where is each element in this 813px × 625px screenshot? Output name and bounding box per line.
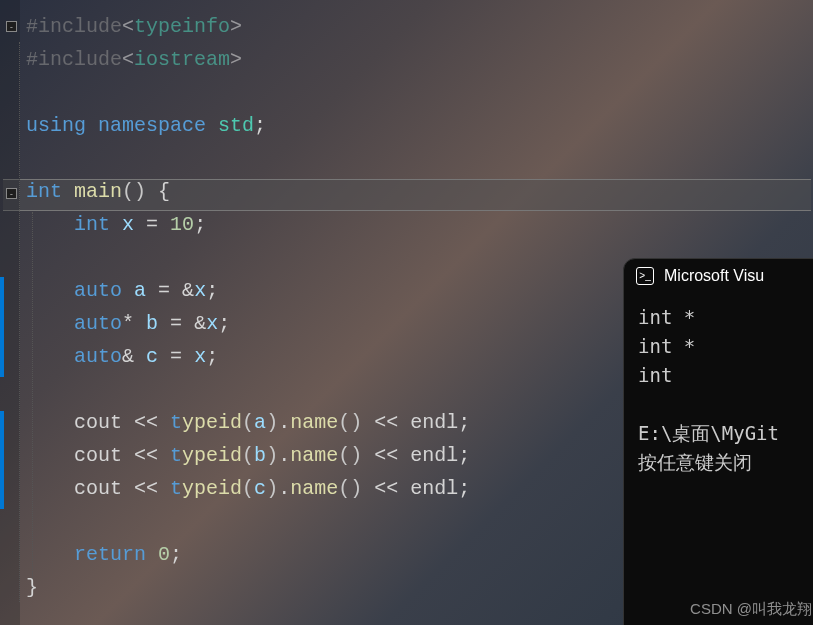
token-ident	[122, 279, 134, 302]
token-ident	[206, 114, 218, 137]
terminal-window[interactable]: >_ Microsoft Visu int * int * int E:\桌面\…	[623, 258, 813, 625]
token-ident	[158, 213, 170, 236]
token-paren: (	[242, 444, 254, 467]
code-line[interactable]: cout << typeid(b).name() << endl;	[26, 439, 470, 472]
token-punc: =	[146, 213, 158, 236]
code-line[interactable]	[26, 142, 470, 175]
token-punc: <<	[134, 411, 158, 434]
token-punc: <<	[374, 444, 398, 467]
change-marker	[0, 277, 4, 377]
code-line[interactable]: cout << typeid(a).name() << endl;	[26, 406, 470, 439]
token-keyword: auto	[74, 345, 122, 368]
token-punc: .	[278, 444, 290, 467]
token-func: name	[290, 477, 338, 500]
token-func: name	[290, 444, 338, 467]
code-line[interactable]: #include<typeinfo>	[26, 10, 470, 43]
code-line[interactable]	[26, 241, 470, 274]
token-amp: &	[122, 345, 134, 368]
token-ident	[398, 411, 410, 434]
code-line[interactable]: }	[26, 571, 470, 604]
token-ident	[362, 411, 374, 434]
fold-toggle-icon[interactable]: -	[6, 21, 17, 32]
token-ident: endl	[410, 477, 458, 500]
token-paren: ()	[338, 444, 362, 467]
token-var: x	[206, 312, 218, 335]
token-ident	[134, 213, 146, 236]
token-ident	[134, 345, 146, 368]
code-line[interactable]: #include<iostream>	[26, 43, 470, 76]
code-line[interactable]	[26, 76, 470, 109]
token-ident: endl	[410, 444, 458, 467]
indent-guide	[19, 42, 20, 602]
token-ident	[398, 477, 410, 500]
token-keyword: t	[170, 444, 182, 467]
token-paren: (	[242, 477, 254, 500]
token-header: std	[218, 114, 254, 137]
code-line[interactable]: int main() {	[26, 175, 470, 208]
token-punc: <	[122, 15, 134, 38]
token-ident	[86, 114, 98, 137]
token-punc: {	[158, 180, 170, 203]
token-ident	[362, 477, 374, 500]
token-ident	[362, 444, 374, 467]
token-punc: ;	[458, 477, 470, 500]
token-punc: <<	[374, 411, 398, 434]
code-line[interactable]: using namespace std;	[26, 109, 470, 142]
token-var: b	[146, 312, 158, 335]
token-paren: ()	[122, 180, 146, 203]
token-keyword: int	[26, 180, 62, 203]
token-ident	[146, 180, 158, 203]
token-keyword: t	[170, 477, 182, 500]
token-func: name	[290, 411, 338, 434]
token-var: x	[194, 279, 206, 302]
token-header: iostream	[134, 48, 230, 71]
code-line[interactable]: cout << typeid(c).name() << endl;	[26, 472, 470, 505]
token-preproc: #include	[26, 15, 122, 38]
token-paren: )	[266, 444, 278, 467]
token-punc: .	[278, 477, 290, 500]
code-line[interactable]: auto* b = &x;	[26, 307, 470, 340]
token-punc: ;	[458, 411, 470, 434]
terminal-output[interactable]: int * int * int E:\桌面\MyGit 按任意键关闭	[624, 293, 813, 477]
code-line[interactable]: auto& c = x;	[26, 340, 470, 373]
token-var: x	[122, 213, 134, 236]
code-area[interactable]: #include<typeinfo>#include<iostream>usin…	[26, 10, 470, 604]
token-ident	[146, 543, 158, 566]
code-line[interactable]	[26, 505, 470, 538]
token-punc: >	[230, 15, 242, 38]
terminal-titlebar[interactable]: >_ Microsoft Visu	[624, 259, 813, 293]
token-var: b	[254, 444, 266, 467]
token-header: typeinfo	[134, 15, 230, 38]
code-line[interactable]	[26, 373, 470, 406]
token-var: a	[254, 411, 266, 434]
token-ident: cout	[74, 411, 134, 434]
token-punc: *	[122, 312, 134, 335]
fold-toggle-icon[interactable]: -	[6, 188, 17, 199]
token-keyword: auto	[74, 279, 122, 302]
token-ident	[158, 312, 170, 335]
code-line[interactable]: return 0;	[26, 538, 470, 571]
token-punc: <	[122, 48, 134, 71]
token-var: x	[194, 345, 206, 368]
token-ident	[170, 279, 182, 302]
code-line[interactable]: int x = 10;	[26, 208, 470, 241]
code-line[interactable]: auto a = &x;	[26, 274, 470, 307]
token-amp: &	[182, 279, 194, 302]
token-ident	[134, 312, 146, 335]
token-ident	[182, 312, 194, 335]
token-var: c	[146, 345, 158, 368]
token-amp: &	[194, 312, 206, 335]
token-punc: ;	[194, 213, 206, 236]
token-punc: ;	[206, 279, 218, 302]
token-keyword: namespace	[98, 114, 206, 137]
token-ident: endl	[410, 411, 458, 434]
token-punc: .	[278, 411, 290, 434]
token-punc: =	[158, 279, 170, 302]
terminal-title-text: Microsoft Visu	[664, 267, 764, 285]
token-ident	[182, 345, 194, 368]
token-keyword: t	[170, 411, 182, 434]
token-paren: ()	[338, 477, 362, 500]
watermark: CSDN @叫我龙翔	[690, 600, 812, 619]
token-ident: cout	[74, 444, 134, 467]
token-func: main	[74, 180, 122, 203]
